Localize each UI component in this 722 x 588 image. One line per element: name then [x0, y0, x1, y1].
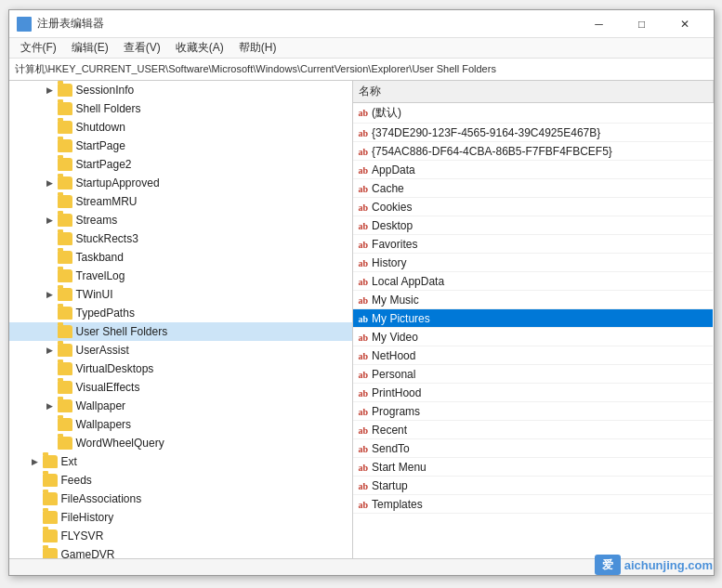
tree-item[interactable]: FileAssociations	[9, 490, 352, 508]
table-row[interactable]: abPersonal	[353, 365, 714, 384]
menu-item-F[interactable]: 文件(F)	[13, 38, 64, 58]
folder-icon	[58, 418, 72, 431]
ab-icon: ab	[359, 351, 369, 361]
tree-panel[interactable]: SessionInfoShell FoldersShutdownStartPag…	[9, 81, 353, 558]
svg-rect-2	[20, 25, 23, 29]
folder-icon	[58, 399, 72, 412]
tree-item[interactable]: StreamMRU	[9, 192, 352, 211]
folder-icon	[58, 344, 72, 357]
tree-item-label: FileHistory	[61, 511, 114, 524]
tree-item[interactable]: VirtualDesktops	[9, 359, 352, 378]
ab-icon: ab	[359, 165, 369, 176]
value-name: History	[372, 256, 406, 269]
tree-item-label: TypedPaths	[76, 307, 135, 320]
tree-item[interactable]: SessionInfo	[9, 81, 352, 99]
table-row[interactable]: abFavorites	[353, 235, 714, 254]
value-name: Cache	[372, 182, 404, 195]
tree-item[interactable]: Streams	[9, 211, 352, 229]
table-row[interactable]: abCache	[353, 179, 714, 198]
svg-rect-3	[25, 25, 29, 29]
ab-icon: ab	[359, 184, 369, 194]
tree-item[interactable]: Shutdown	[9, 118, 352, 137]
value-name: Programs	[372, 405, 420, 418]
table-row[interactable]: abTemplates	[353, 495, 714, 514]
tree-item[interactable]: StuckRects3	[9, 229, 352, 248]
tree-item[interactable]: StartPage	[9, 137, 352, 155]
maximize-button[interactable]: □	[621, 10, 663, 38]
tree-item[interactable]: TWinUI	[9, 285, 352, 304]
table-row[interactable]: abRecent	[353, 421, 714, 439]
table-row[interactable]: abMy Pictures	[353, 309, 714, 328]
tree-item[interactable]: VisualEffects	[9, 378, 352, 397]
table-row[interactable]: abAppData	[353, 161, 714, 179]
value-name: My Video	[372, 331, 418, 344]
ab-icon: ab	[359, 277, 369, 287]
ab-icon: ab	[359, 481, 369, 491]
tree-item-label: SessionInfo	[76, 84, 135, 97]
tree-item-label: TWinUI	[76, 288, 113, 301]
tree-item[interactable]: StartPage2	[9, 155, 352, 174]
tree-item[interactable]: Wallpapers	[9, 415, 352, 434]
table-row[interactable]: ab{754AC886-DF64-4CBA-86B5-F7FBF4FBCEF5}	[353, 142, 714, 161]
menu-item-E[interactable]: 编辑(E)	[64, 38, 116, 58]
folder-icon	[58, 381, 72, 394]
ab-icon: ab	[359, 370, 369, 380]
no-arrow	[43, 194, 58, 209]
table-row[interactable]: abLocal AppData	[353, 272, 714, 291]
table-row[interactable]: abMy Video	[353, 328, 714, 346]
table-row[interactable]: abPrintHood	[353, 384, 714, 402]
table-row[interactable]: abCookies	[353, 198, 714, 216]
no-arrow	[43, 101, 58, 116]
table-row[interactable]: abPrograms	[353, 402, 714, 421]
tree-item-label: Streams	[76, 214, 118, 227]
value-name: SendTo	[372, 442, 410, 455]
table-row[interactable]: abDesktop	[353, 216, 714, 235]
tree-item-label: FileAssociations	[61, 492, 142, 505]
registry-editor-window: 注册表编辑器 ─ □ ✕ 文件(F)编辑(E)查看(V)收藏夹(A)帮助(H) …	[8, 9, 715, 576]
tree-item-label: VisualEffects	[76, 381, 140, 394]
tree-item[interactable]: Feeds	[9, 471, 352, 490]
table-row[interactable]: abStartup	[353, 477, 714, 495]
menu-item-V[interactable]: 查看(V)	[116, 38, 168, 58]
tree-item[interactable]: TypedPaths	[9, 304, 352, 322]
tree-item-label: WordWheelQuery	[76, 437, 164, 450]
menu-bar: 文件(F)编辑(E)查看(V)收藏夹(A)帮助(H)	[9, 38, 714, 59]
tree-item[interactable]: FLYSVR	[9, 527, 352, 545]
table-row[interactable]: abSendTo	[353, 439, 714, 458]
no-arrow	[28, 510, 43, 525]
expand-arrow-icon	[43, 213, 58, 228]
tree-item-label: UserAssist	[76, 344, 129, 357]
tree-item[interactable]: GameDVR	[9, 545, 352, 558]
tree-item[interactable]: Wallpaper	[9, 397, 352, 415]
tree-item[interactable]: StartupApproved	[9, 174, 352, 192]
table-row[interactable]: abStart Menu	[353, 458, 714, 477]
tree-item-label: VirtualDesktops	[76, 362, 154, 375]
no-arrow	[28, 491, 43, 506]
table-row[interactable]: abMy Music	[353, 291, 714, 309]
address-bar: 计算机\HKEY_CURRENT_USER\Software\Microsoft…	[9, 59, 714, 81]
tree-item[interactable]: UserAssist	[9, 341, 352, 359]
watermark: 爱 aichunjing.com	[595, 555, 713, 575]
menu-item-H[interactable]: 帮助(H)	[231, 38, 284, 58]
folder-icon	[43, 455, 58, 468]
tree-item[interactable]: FileHistory	[9, 508, 352, 527]
tree-item[interactable]: User Shell Folders	[9, 322, 352, 341]
close-button[interactable]: ✕	[663, 10, 706, 38]
expand-arrow-icon	[43, 399, 58, 413]
ab-icon: ab	[359, 425, 369, 436]
tree-item[interactable]: Shell Folders	[9, 99, 352, 118]
folder-icon	[43, 492, 58, 505]
table-row[interactable]: ab(默认)	[353, 103, 714, 124]
table-row[interactable]: ab{374DE290-123F-4565-9164-39C4925E467B}	[353, 124, 714, 142]
tree-item[interactable]: WordWheelQuery	[9, 434, 352, 452]
tree-item[interactable]: Ext	[9, 452, 352, 471]
value-panel[interactable]: 名称 ab(默认)ab{374DE290-123F-4565-9164-39C4…	[353, 81, 714, 558]
table-row[interactable]: abHistory	[353, 254, 714, 272]
value-name: Startup	[372, 479, 408, 492]
tree-item[interactable]: Taskband	[9, 248, 352, 267]
tree-item[interactable]: TravelLog	[9, 267, 352, 285]
table-row[interactable]: abNetHood	[353, 346, 714, 365]
name-column-header: 名称	[353, 81, 714, 103]
menu-item-A[interactable]: 收藏夹(A)	[168, 38, 231, 58]
minimize-button[interactable]: ─	[578, 10, 621, 38]
